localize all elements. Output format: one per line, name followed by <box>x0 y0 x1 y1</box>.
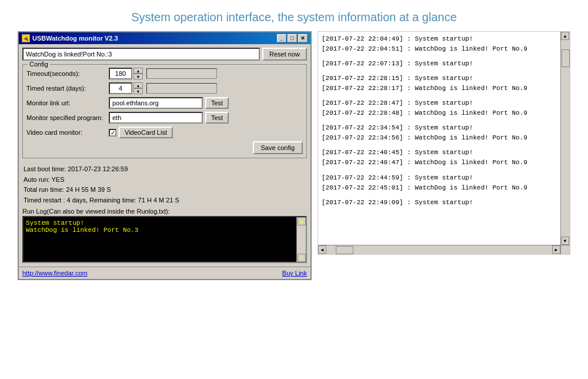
monitor-program-input[interactable] <box>109 112 203 124</box>
window-title: USBWatchdog monitor V2.3 <box>32 35 118 42</box>
timeout-slider[interactable] <box>146 68 217 79</box>
buy-link[interactable]: Buy Link <box>282 270 307 277</box>
run-log-box: System startup! WatchDog is linked! Port… <box>22 216 307 263</box>
config-group: Config Timeout(seconds): ▲ ▼ Ti <box>22 64 307 158</box>
log-line-0: [2017-07-22 22:04:49] : System startup! <box>322 34 566 44</box>
info-section: Last boot time: 2017-07-23 12:26:59 Auto… <box>22 162 307 208</box>
log-scroll-up[interactable]: ▲ <box>298 217 306 225</box>
restart-up-arrow[interactable]: ▲ <box>133 82 143 88</box>
checkbox-check: ✓ <box>111 129 115 136</box>
restart-down-arrow[interactable]: ▼ <box>133 88 143 94</box>
log-line-13 <box>322 143 566 148</box>
timeout-spinner: ▲ ▼ <box>109 68 217 79</box>
log-v-scroll-down[interactable]: ▼ <box>561 237 569 245</box>
log-h-scroll-thumb[interactable] <box>336 246 353 254</box>
log-content: [2017-07-22 22:04:49] : System startup![… <box>318 32 570 245</box>
monitor-url-row: Monitor link url: Test <box>26 97 303 109</box>
log-line-16 <box>322 168 566 173</box>
run-log-scrollbar[interactable]: ▲ ▼ <box>296 217 306 262</box>
video-card-row: Video card monitor: ✓ VideoCard List <box>26 126 303 139</box>
monitor-url-test-button[interactable]: Test <box>205 97 229 109</box>
log-line-18: [2017-07-22 22:45:01] : WatchDog is link… <box>322 183 566 193</box>
auto-run-info: Auto run: YES <box>24 175 306 185</box>
monitor-program-test-button[interactable]: Test <box>205 112 229 124</box>
monitor-program-row: Monitor specified program: Test <box>26 111 303 124</box>
videocard-list-button[interactable]: VideoCard List <box>119 127 173 138</box>
timeout-down-arrow[interactable]: ▼ <box>133 74 143 79</box>
video-card-label: Video card monitor: <box>26 129 109 136</box>
status-input[interactable] <box>22 48 260 61</box>
total-run-info: Total run time: 24 H 55 M 39 S <box>24 185 306 195</box>
log-h-scroll-left[interactable]: ◀ <box>318 245 326 254</box>
log-line-8: [2017-07-22 22:28:47] : System startup! <box>322 98 566 108</box>
log-line-11: [2017-07-22 22:34:54] : System startup! <box>322 123 566 133</box>
run-log-label: Run Log(Can also be viewed inside the Ru… <box>22 208 307 215</box>
log-scrollbar-vertical[interactable]: ▲ ▼ <box>560 32 570 245</box>
restart-slider[interactable] <box>146 83 217 94</box>
monitor-url-label: Monitor link url: <box>26 99 109 107</box>
reset-now-button[interactable]: Reset now <box>262 48 307 61</box>
log-line-9: [2017-07-22 22:28:48] : WatchDog is link… <box>322 108 566 118</box>
page-title: System operation interface, the system i… <box>119 0 469 31</box>
log-line-10 <box>322 118 566 123</box>
monitor-program-label: Monitor specified program: <box>26 114 109 121</box>
timeout-row: Timeout(seconds): ▲ ▼ <box>26 67 303 80</box>
timed-restart-info: Timed restart : 4 days, Remaining time: … <box>24 195 306 206</box>
log-line-1: [2017-07-22 22:04:51] : WatchDog is link… <box>322 44 566 54</box>
log-line-2 <box>322 54 566 59</box>
timed-restart-spinner: ▲ ▼ <box>109 82 217 94</box>
save-config-button[interactable]: Save config <box>253 141 303 154</box>
close-button[interactable]: ✕ <box>298 34 308 42</box>
footer-link[interactable]: http://www.finedar.com <box>22 270 88 277</box>
app-icon: 🔌 <box>22 34 30 42</box>
log-scroll-corner <box>560 245 570 254</box>
log-line-14: [2017-07-22 22:40:45] : System startup! <box>322 148 566 158</box>
log-line-15: [2017-07-22 22:40:47] : WatchDog is link… <box>322 158 566 168</box>
watchdog-window: 🔌 USBWatchdog monitor V2.3 _ □ ✕ Reset n… <box>18 31 312 280</box>
timeout-label: Timeout(seconds): <box>26 70 109 77</box>
window-footer: http://www.finedar.com Buy Link <box>19 267 310 279</box>
log-scroll-down[interactable]: ▼ <box>298 254 306 262</box>
log-line-20: [2017-07-22 22:49:09] : System startup! <box>322 198 566 208</box>
maximize-button[interactable]: □ <box>288 34 297 42</box>
timed-restart-row: Timed restart (days): ▲ ▼ <box>26 82 303 95</box>
log-line-7 <box>322 94 566 98</box>
minimize-button[interactable]: _ <box>277 34 286 42</box>
monitor-url-input[interactable] <box>109 97 203 109</box>
log-line-12: [2017-07-22 22:34:56] : WatchDog is link… <box>322 133 566 143</box>
log-line-4 <box>322 69 566 74</box>
log-scrollbar-horizontal[interactable]: ◀ ▶ <box>318 245 560 254</box>
window-controls: _ □ ✕ <box>277 34 308 42</box>
log-line-17: [2017-07-22 22:44:59] : System startup! <box>322 173 566 183</box>
config-legend: Config <box>28 61 50 68</box>
log-panel: [2017-07-22 22:04:49] : System startup![… <box>318 31 570 255</box>
log-line-5: [2017-07-22 22:28:15] : System startup! <box>322 74 566 84</box>
save-config-row: Save config <box>26 141 303 154</box>
log-h-scroll-right[interactable]: ▶ <box>552 245 560 254</box>
run-log-line-1: System startup! <box>26 220 303 227</box>
window-body: Reset now Config Timeout(seconds): ▲ ▼ <box>19 44 310 267</box>
log-line-6: [2017-07-22 22:28:17] : WatchDog is link… <box>322 84 566 94</box>
log-v-scroll-thumb[interactable] <box>562 49 570 67</box>
timeout-value[interactable] <box>109 68 132 79</box>
log-line-19 <box>322 193 566 198</box>
video-card-checkbox[interactable]: ✓ <box>109 129 116 137</box>
last-boot-info: Last boot time: 2017-07-23 12:26:59 <box>24 164 306 175</box>
window-titlebar: 🔌 USBWatchdog monitor V2.3 _ □ ✕ <box>19 32 310 44</box>
video-card-checkbox-area: ✓ VideoCard List <box>109 127 173 138</box>
timeout-up-arrow[interactable]: ▲ <box>133 68 143 74</box>
status-row: Reset now <box>22 48 307 61</box>
log-line-3: [2017-07-22 22:07:13] : System startup! <box>322 59 566 69</box>
timed-restart-label: Timed restart (days): <box>26 85 109 92</box>
run-log-line-2: WatchDog is linked! Port No.3 <box>26 227 303 234</box>
timed-restart-value[interactable] <box>109 82 132 94</box>
log-v-scroll-up[interactable]: ▲ <box>561 32 569 40</box>
